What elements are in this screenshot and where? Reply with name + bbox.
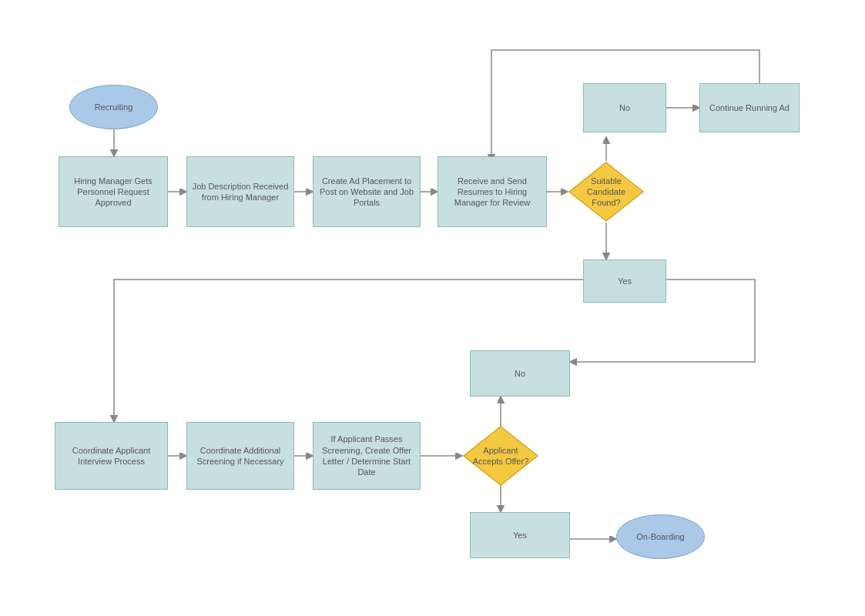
- yes-right-label: Yes: [618, 276, 632, 286]
- continue-running-node: Continue Running Ad: [699, 83, 800, 132]
- if-applicant-node: If Applicant Passes Screening, Create Of…: [313, 422, 421, 490]
- onboarding-label: On-Boarding: [636, 531, 684, 542]
- yes-bottom-label: Yes: [513, 530, 527, 541]
- receive-send-node: Receive and Send Resumes to Hiring Manag…: [438, 156, 547, 227]
- if-applicant-label: If Applicant Passes Screening, Create Of…: [318, 434, 415, 477]
- no-bottom-label: No: [515, 368, 525, 379]
- applicant-accepts-label: Applicant Accepts Offer?: [462, 425, 539, 487]
- no-bottom-node: No: [470, 350, 570, 397]
- no-top-label: No: [619, 102, 630, 113]
- applicant-accepts-node: Applicant Accepts Offer?: [462, 425, 539, 487]
- coord-interview-node: Coordinate Applicant Interview Process: [55, 422, 168, 490]
- hiring-manager-label: Hiring Manager Gets Personnel Request Ap…: [64, 176, 163, 209]
- recruiting-node: Recruiting: [69, 85, 158, 129]
- flowchart-diagram: Recruiting Hiring Manager Gets Personnel…: [0, 0, 865, 616]
- coord-interview-label: Coordinate Applicant Interview Process: [60, 445, 163, 467]
- recruiting-label: Recruiting: [95, 102, 133, 112]
- create-ad-node: Create Ad Placement to Post on Website a…: [313, 156, 421, 227]
- job-description-node: Job Description Received from Hiring Man…: [186, 156, 294, 227]
- suitable-candidate-label: Suitable Candidate Found?: [568, 161, 645, 223]
- no-top-node: No: [583, 83, 666, 132]
- continue-running-label: Continue Running Ad: [709, 102, 790, 113]
- create-ad-label: Create Ad Placement to Post on Website a…: [318, 176, 415, 209]
- onboarding-node: On-Boarding: [616, 514, 705, 559]
- yes-bottom-node: Yes: [470, 512, 570, 558]
- suitable-candidate-node: Suitable Candidate Found?: [568, 161, 645, 223]
- coord-screening-node: Coordinate Additional Screening if Neces…: [186, 422, 294, 490]
- receive-send-label: Receive and Send Resumes to Hiring Manag…: [443, 176, 541, 209]
- yes-right-node: Yes: [583, 259, 666, 303]
- hiring-manager-node: Hiring Manager Gets Personnel Request Ap…: [59, 156, 168, 227]
- coord-screening-label: Coordinate Additional Screening if Neces…: [192, 445, 289, 467]
- job-description-label: Job Description Received from Hiring Man…: [192, 181, 289, 203]
